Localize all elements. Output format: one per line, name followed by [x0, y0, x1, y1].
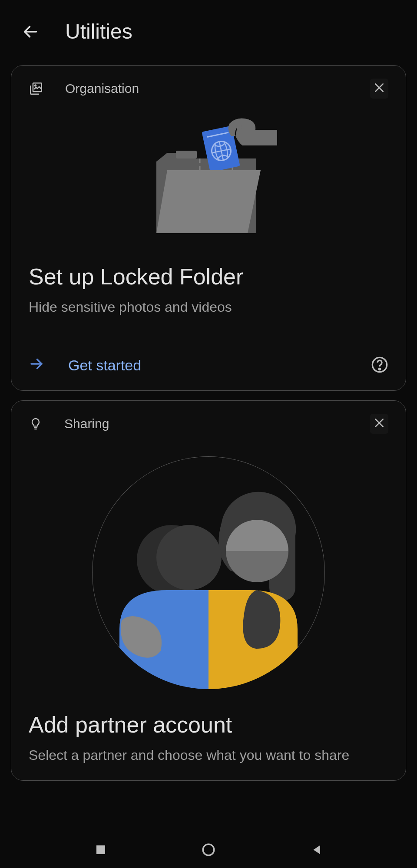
app-header: Utilities	[0, 0, 417, 56]
action-label: Get started	[68, 357, 141, 374]
page-title: Utilities	[65, 20, 132, 43]
dismiss-card-button[interactable]	[370, 414, 388, 434]
back-button[interactable]	[22, 23, 39, 40]
svg-point-14	[379, 368, 380, 370]
close-icon	[373, 416, 386, 429]
card-category-label: Organisation	[65, 81, 139, 96]
locked-folder-illustration	[29, 112, 388, 242]
svg-point-21	[203, 844, 214, 855]
svg-rect-20	[96, 845, 105, 854]
arrow-left-icon	[22, 23, 39, 40]
help-button[interactable]	[371, 356, 388, 375]
card-title: Add partner account	[29, 712, 388, 738]
nav-home-button[interactable]	[201, 842, 216, 859]
card-subtitle: Select a partner and choose what you wan…	[29, 746, 388, 765]
svg-point-2	[35, 85, 36, 86]
get-started-button[interactable]: Get started	[29, 356, 141, 375]
nav-back-button[interactable]	[310, 843, 323, 858]
card-subtitle: Hide sensitive photos and videos	[29, 297, 388, 317]
triangle-left-icon	[310, 843, 323, 856]
card-title: Set up Locked Folder	[29, 264, 388, 290]
square-icon	[94, 843, 107, 856]
svg-rect-5	[176, 151, 197, 158]
card-organisation: Organisation	[11, 65, 406, 391]
help-icon	[371, 356, 388, 373]
lightbulb-icon	[29, 417, 43, 431]
card-sharing: Sharing	[11, 400, 406, 781]
system-navigation-bar	[0, 833, 417, 868]
partner-sharing-illustration	[29, 447, 388, 690]
card-category-label: Sharing	[64, 416, 109, 431]
nav-recent-apps-button[interactable]	[94, 843, 107, 858]
dismiss-card-button[interactable]	[370, 79, 388, 99]
svg-point-19	[156, 525, 222, 590]
collections-icon	[29, 81, 43, 96]
arrow-right-icon	[29, 356, 44, 375]
circle-icon	[201, 842, 216, 857]
close-icon	[373, 81, 386, 94]
